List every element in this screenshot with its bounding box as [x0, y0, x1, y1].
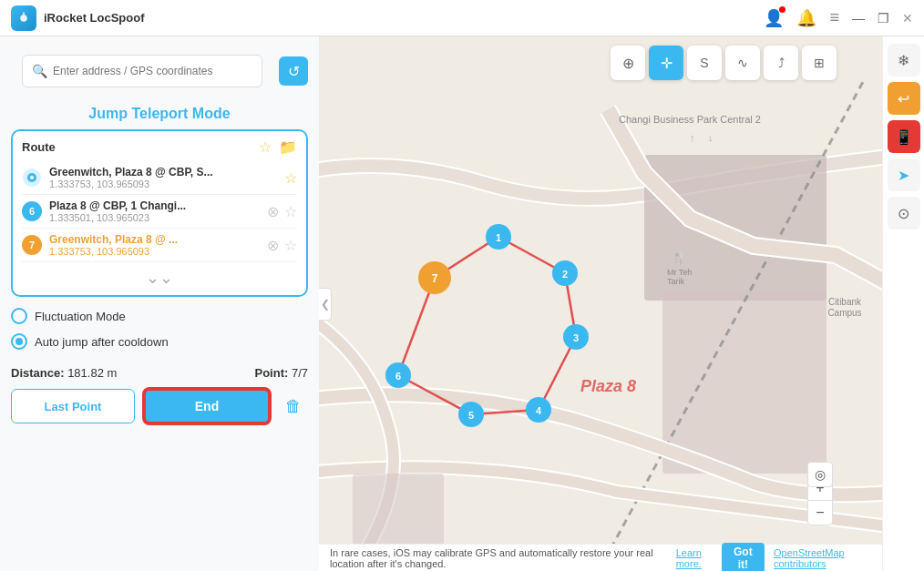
multi-stop-button[interactable]: ∿: [725, 46, 760, 80]
route-label: Route: [22, 140, 56, 154]
vr-button[interactable]: ⊙: [888, 197, 920, 229]
action-buttons: Last Point End 🗑: [0, 380, 319, 433]
auto-jump-option[interactable]: Auto jump after cooldown: [11, 333, 308, 350]
route-item-name: Plaza 8 @ CBP, 1 Changi...: [49, 199, 267, 212]
fluctuation-radio[interactable]: [11, 308, 27, 324]
route-item-coords: 1.333753, 103.965093: [49, 246, 267, 257]
search-input[interactable]: [53, 65, 252, 77]
svg-text:5: 5: [468, 410, 474, 421]
route-item-text: Plaza 8 @ CBP, 1 Changi... 1.333501, 103…: [49, 199, 267, 223]
route-folder-icon[interactable]: 📁: [279, 138, 297, 156]
stats-bar: Distance: 181.82 m Point: 7/7: [0, 359, 319, 380]
profile-icon[interactable]: 👤: [764, 8, 784, 28]
svg-text:Mr Teh: Mr Teh: [667, 268, 692, 277]
point-value: 7/7: [292, 366, 308, 380]
move-icon: ✛: [661, 55, 672, 72]
route-point-7: 7: [22, 235, 42, 255]
osm-credit: OpenStreetMap contributors: [774, 547, 871, 569]
trash-icon: 🗑: [285, 397, 302, 416]
route-item-coords: 1.333501, 103.965023: [49, 212, 267, 223]
return-button[interactable]: ↩: [888, 82, 920, 115]
my-location-button[interactable]: ◎: [807, 462, 833, 487]
panel-collapse-handle[interactable]: ❮: [319, 288, 332, 321]
svg-text:Changi Business Park Central 2: Changi Business Park Central 2: [619, 114, 761, 125]
svg-text:Plaza 8: Plaza 8: [580, 377, 636, 395]
location-icon: ◎: [815, 467, 826, 482]
more-icon: ⊞: [814, 56, 825, 70]
svg-text:Campus: Campus: [827, 308, 861, 318]
route-item-text: Greenwitch, Plaza 8 @ CBP, S... 1.333753…: [49, 166, 284, 189]
move-mode-button[interactable]: ✛: [649, 46, 683, 80]
svg-text:🍴: 🍴: [672, 250, 687, 266]
last-point-button[interactable]: Last Point: [11, 389, 135, 423]
route-item: Greenwitch, Plaza 8 @ CBP, S... 1.333753…: [22, 161, 297, 195]
more-button[interactable]: ⊞: [802, 46, 837, 80]
route-item-coords: 1.333753, 103.965093: [49, 178, 284, 189]
end-button[interactable]: End: [144, 389, 270, 423]
zoom-out-button[interactable]: −: [807, 500, 833, 525]
route-item: 7 Greenwitch, Plaza 8 @ ... 1.333753, 10…: [22, 229, 297, 262]
point-label: Point:: [254, 366, 291, 380]
left-panel: 🔍 ↺ Jump Teleport Mode Route ☆ 📁: [0, 36, 319, 571]
auto-jump-radio[interactable]: [11, 333, 27, 350]
route-item-star-icon[interactable]: ☆: [284, 237, 297, 254]
gps-lock-button[interactable]: ⊕: [611, 46, 645, 80]
route-item-star-icon[interactable]: ☆: [284, 169, 297, 187]
teleport-button[interactable]: ⤴: [764, 46, 798, 80]
svg-rect-7: [353, 474, 444, 546]
route-header: Route ☆ 📁: [22, 138, 297, 156]
delete-button[interactable]: 🗑: [279, 392, 308, 421]
titlebar: iRocket LocSpoof 👤 🔔 ≡ — ❐ ✕: [0, 0, 924, 36]
route-star-icon[interactable]: ☆: [259, 138, 272, 156]
navigate-button[interactable]: ➤: [888, 158, 920, 191]
refresh-button[interactable]: ↺: [279, 56, 308, 86]
route-expand-button[interactable]: ⌄⌄: [22, 268, 297, 288]
freeze-button[interactable]: ❄: [888, 44, 920, 76]
mode-title: Jump Teleport Mode: [0, 106, 319, 122]
route-mode-button[interactable]: S: [687, 46, 722, 80]
teleport-icon: ⤴: [778, 56, 785, 70]
bottom-bar: In rare cases, iOS may calibrate GPS and…: [319, 544, 882, 571]
main-container: 🔍 ↺ Jump Teleport Mode Route ☆ 📁: [0, 36, 924, 571]
window-controls: 👤 🔔 ≡ — ❐ ✕: [764, 8, 913, 28]
app-logo: [11, 5, 36, 31]
maximize-button[interactable]: ❐: [878, 11, 889, 25]
distance-label: Distance:: [11, 366, 67, 380]
menu-icon[interactable]: ≡: [829, 8, 839, 27]
route-item-text: Greenwitch, Plaza 8 @ ... 1.333753, 103.…: [49, 233, 267, 257]
route-item-close-icon[interactable]: ⊗: [267, 203, 279, 220]
svg-text:3: 3: [573, 332, 579, 343]
close-button[interactable]: ✕: [902, 11, 913, 25]
navigate-icon: ➤: [898, 167, 909, 184]
point-stat: Point: 7/7: [254, 366, 308, 380]
route-start-icon: [22, 168, 42, 188]
fluctuation-label: Fluctuation Mode: [35, 310, 126, 323]
svg-text:4: 4: [536, 405, 542, 416]
svg-text:Tarik: Tarik: [667, 277, 685, 286]
distance-stat: Distance: 181.82 m: [11, 366, 117, 380]
route-item-actions: ☆: [284, 169, 297, 187]
map-area[interactable]: Plaza 8 Changi Business Park Central 2 C…: [319, 36, 882, 571]
auto-jump-label: Auto jump after cooldown: [35, 335, 169, 349]
distance-value: 181.82 m: [67, 366, 117, 380]
gps-icon: ⊕: [622, 55, 634, 72]
svg-rect-6: [662, 291, 826, 474]
svg-text:1: 1: [496, 232, 501, 243]
notification-icon[interactable]: 🔔: [796, 8, 816, 28]
learn-more-link[interactable]: Learn more.: [676, 547, 718, 569]
osm-link[interactable]: OpenStreetMap contributors: [774, 547, 845, 569]
vr-icon: ⊙: [898, 205, 909, 222]
route-item: 6 Plaza 8 @ CBP, 1 Changi... 1.333501, 1…: [22, 195, 297, 229]
route-item-close-icon[interactable]: ⊗: [267, 237, 279, 254]
svg-text:6: 6: [395, 371, 401, 382]
device-button[interactable]: 📱: [888, 120, 920, 153]
route-item-star-icon[interactable]: ☆: [284, 203, 297, 220]
return-icon: ↩: [898, 90, 909, 107]
minimize-button[interactable]: —: [852, 11, 865, 25]
multi-stop-icon: ∿: [737, 56, 748, 70]
svg-text:Citibank: Citibank: [828, 297, 862, 307]
route-item-actions: ⊗ ☆: [267, 203, 297, 220]
app-title: iRocket LocSpoof: [44, 11, 764, 25]
fluctuation-mode-option[interactable]: Fluctuation Mode: [11, 308, 308, 324]
got-it-button[interactable]: Got it!: [722, 543, 765, 572]
